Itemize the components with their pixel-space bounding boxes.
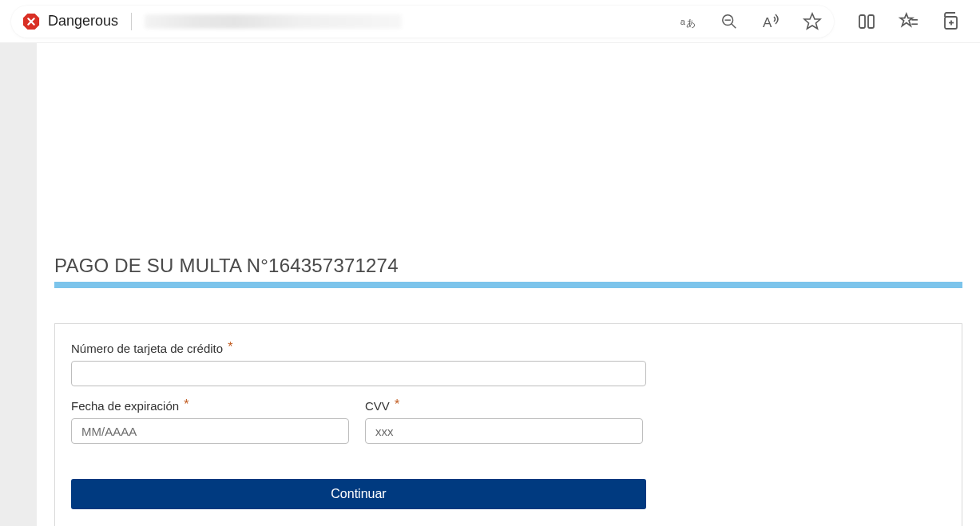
cc-label: Número de tarjeta de crédito *	[71, 342, 946, 356]
required-asterisk: *	[395, 397, 399, 411]
page-title: PAGO DE SU MULTA N°164357371274	[54, 255, 962, 277]
cc-label-text: Número de tarjeta de crédito	[71, 342, 223, 355]
page-content: PAGO DE SU MULTA N°164357371274 Número d…	[37, 43, 980, 526]
exp-label: Fecha de expiración *	[71, 399, 349, 413]
svg-rect-9	[868, 15, 874, 28]
cc-number-input[interactable]	[71, 361, 646, 386]
svg-text:A: A	[763, 15, 772, 30]
cvv-input[interactable]	[365, 418, 643, 444]
danger-icon	[22, 13, 40, 30]
svg-line-4	[732, 23, 736, 28]
translate-icon[interactable]: a あ	[677, 11, 698, 32]
url-text[interactable]	[145, 14, 401, 29]
svg-text:a: a	[680, 16, 686, 26]
address-bar[interactable]: Dangerous a あ A	[11, 6, 834, 38]
read-aloud-icon[interactable]: A	[760, 11, 781, 32]
collections-icon[interactable]	[939, 11, 960, 32]
star-icon[interactable]	[802, 11, 823, 32]
title-underline	[54, 282, 962, 288]
address-bar-actions: a あ A	[677, 11, 823, 32]
required-asterisk: *	[184, 397, 188, 411]
expiry-input[interactable]	[71, 418, 349, 444]
zoom-out-icon[interactable]	[719, 11, 740, 32]
continue-button[interactable]: Continuar	[71, 479, 646, 509]
svg-rect-8	[859, 15, 865, 28]
cvv-label: CVV *	[365, 399, 643, 413]
viewport: PAGO DE SU MULTA N°164357371274 Número d…	[0, 43, 980, 526]
security-label: Dangerous	[48, 13, 118, 30]
toolbar-actions	[856, 11, 960, 32]
separator	[131, 13, 132, 30]
favorites-bar-icon[interactable]	[898, 11, 919, 32]
cvv-label-text: CVV	[365, 399, 390, 413]
svg-marker-7	[804, 14, 820, 29]
required-asterisk: *	[228, 340, 232, 354]
split-screen-icon[interactable]	[856, 11, 877, 32]
security-badge[interactable]: Dangerous	[22, 13, 118, 30]
svg-marker-10	[900, 14, 912, 26]
svg-text:あ: あ	[686, 18, 696, 29]
payment-form: Número de tarjeta de crédito * Fecha de …	[54, 323, 962, 526]
exp-label-text: Fecha de expiración	[71, 399, 179, 413]
browser-chrome: Dangerous a あ A	[0, 0, 980, 43]
